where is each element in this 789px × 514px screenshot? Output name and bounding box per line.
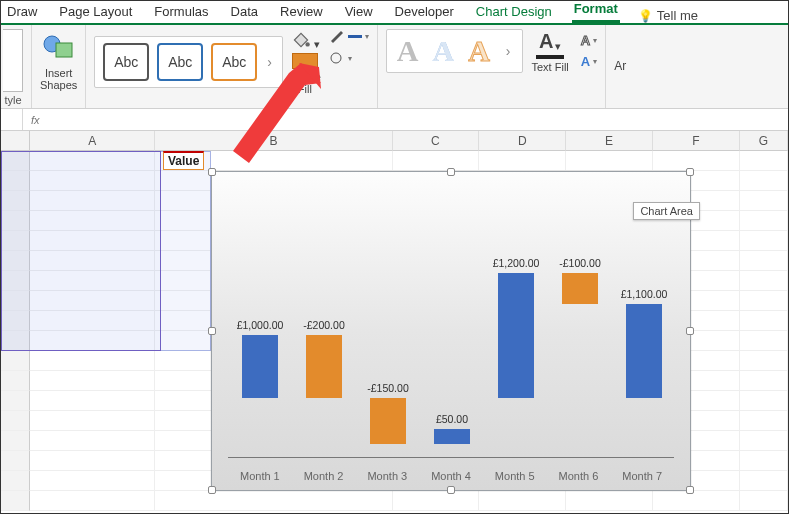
chart-data-label: £1,200.00 (484, 257, 548, 269)
tab-format[interactable]: Format (572, 0, 620, 23)
column-headers: A B C D E F G (1, 131, 788, 151)
insert-shapes-button[interactable]: Insert Shapes (40, 29, 77, 91)
chart-data-label: £1,000.00 (228, 319, 292, 331)
resize-handle[interactable] (208, 168, 216, 176)
style-dropdown-partial[interactable] (3, 29, 23, 92)
svg-point-3 (331, 53, 341, 63)
x-axis-label: Month 1 (228, 470, 292, 482)
text-effects-button[interactable]: A▾ (581, 54, 597, 69)
tab-draw[interactable]: Draw (5, 2, 39, 23)
shape-style-1[interactable]: Abc (103, 43, 149, 81)
select-all-corner[interactable] (1, 131, 30, 151)
text-outline-effects: A▾ A▾ (581, 33, 597, 69)
wordart-style-1[interactable]: A (397, 34, 419, 68)
pen-icon (329, 29, 345, 43)
group-shape-styles: Abc Abc Abc › ▾ Shape Fill (86, 25, 377, 108)
chart-data-label: £1,100.00 (612, 288, 676, 300)
tab-view[interactable]: View (343, 2, 375, 23)
fx-label: fx (23, 114, 48, 126)
cell-b1-value-header[interactable]: Value (163, 151, 204, 170)
tab-data[interactable]: Data (229, 2, 260, 23)
shape-outline-button[interactable]: ▾ (329, 29, 369, 43)
col-header-f[interactable]: F (653, 131, 740, 151)
chevron-down-icon: ▾ (314, 38, 320, 51)
ribbon-tabs: Draw Page Layout Formulas Data Review Vi… (1, 1, 788, 25)
col-header-e[interactable]: E (566, 131, 653, 151)
chart-bar[interactable] (370, 398, 405, 445)
resize-handle[interactable] (447, 486, 455, 494)
x-axis-label: Month 4 (419, 470, 483, 482)
text-fill-label: Text Fill (531, 61, 568, 73)
gallery-more-icon[interactable]: › (265, 54, 274, 70)
wordart-more-icon[interactable]: › (504, 43, 513, 59)
chart-data-label: -£150.00 (356, 382, 420, 394)
chart-data-label: -£100.00 (548, 257, 612, 269)
chart-plot-area[interactable]: £1,000.00-£200.00-£150.00£50.00£1,200.00… (228, 242, 674, 458)
shape-styles-gallery[interactable]: Abc Abc Abc › (94, 36, 283, 88)
ribbon-body: tyle Insert Shapes Abc Abc Abc › (1, 25, 788, 109)
group-wordart-styles: A A A › A▾ Text Fill A▾ A▾ (378, 25, 606, 108)
tab-chart-design[interactable]: Chart Design (474, 2, 554, 23)
paint-bucket-icon (290, 29, 312, 51)
shape-fill-button[interactable]: ▾ Shape Fill (289, 29, 321, 95)
chart-area-tooltip: Chart Area (633, 202, 700, 220)
col-header-g[interactable]: G (740, 131, 788, 151)
formula-input[interactable] (48, 109, 788, 130)
col-header-a[interactable]: A (30, 131, 155, 151)
name-box[interactable] (1, 109, 23, 130)
tell-me-search[interactable]: 💡 Tell me (638, 8, 698, 23)
svg-rect-1 (56, 43, 72, 57)
col-header-b[interactable]: B (155, 131, 392, 151)
shape-style-2[interactable]: Abc (157, 43, 203, 81)
worksheet-grid[interactable]: A B C D E F G /* rows drawn statically b… (1, 131, 788, 513)
insert-shapes-label: Insert Shapes (40, 67, 77, 91)
tab-formulas[interactable]: Formulas (152, 2, 210, 23)
group-insert-shapes: Insert Shapes (32, 25, 86, 108)
chart-object[interactable]: Chart Title Increase Decrease Total Char… (211, 171, 691, 491)
wordart-style-2[interactable]: A (432, 34, 454, 68)
shape-fill-label: Shape Fill (289, 71, 321, 95)
col-header-c[interactable]: C (393, 131, 480, 151)
tab-developer[interactable]: Developer (393, 2, 456, 23)
arrange-label-partial: Ar (614, 29, 626, 73)
shape-effects-button[interactable]: ▾ (329, 51, 369, 65)
lightbulb-icon: 💡 (638, 9, 653, 23)
chart-bar[interactable] (562, 273, 597, 304)
resize-handle[interactable] (686, 168, 694, 176)
wordart-styles-gallery[interactable]: A A A › (386, 29, 524, 73)
chart-bar[interactable] (306, 335, 341, 397)
chart-x-axis: Month 1Month 2Month 3Month 4Month 5Month… (228, 470, 674, 482)
chart-bar[interactable] (434, 429, 469, 445)
col-header-d[interactable]: D (479, 131, 566, 151)
group-style-partial: tyle (1, 25, 32, 108)
effects-icon (329, 51, 345, 65)
excel-window: Draw Page Layout Formulas Data Review Vi… (0, 0, 789, 514)
resize-handle[interactable] (686, 486, 694, 494)
resize-handle[interactable] (447, 168, 455, 176)
text-fill-color-bar (536, 55, 564, 59)
chart-bar[interactable] (242, 335, 277, 397)
chart-data-label: £50.00 (420, 413, 484, 425)
x-axis-label: Month 3 (355, 470, 419, 482)
tab-page-layout[interactable]: Page Layout (57, 2, 134, 23)
tab-review[interactable]: Review (278, 2, 325, 23)
shape-style-3[interactable]: Abc (211, 43, 257, 81)
resize-handle[interactable] (208, 327, 216, 335)
shapes-icon (41, 29, 77, 65)
text-outline-button[interactable]: A▾ (581, 33, 597, 48)
tell-me-label: Tell me (657, 8, 698, 23)
x-axis-label: Month 7 (610, 470, 674, 482)
chart-bar[interactable] (498, 273, 533, 398)
style-label-partial: tyle (4, 92, 21, 106)
resize-handle[interactable] (208, 486, 216, 494)
text-fill-button[interactable]: A▾ Text Fill (531, 30, 568, 73)
x-axis-label: Month 5 (483, 470, 547, 482)
wordart-style-3[interactable]: A (468, 34, 490, 68)
chart-bar[interactable] (626, 304, 661, 397)
x-axis-label: Month 2 (292, 470, 356, 482)
resize-handle[interactable] (686, 327, 694, 335)
x-axis-label: Month 6 (547, 470, 611, 482)
chart-data-label: -£200.00 (292, 319, 356, 331)
grid-rows: /* rows drawn statically below */ Value (1, 151, 788, 511)
group-arrange-partial: Ar (606, 25, 634, 108)
